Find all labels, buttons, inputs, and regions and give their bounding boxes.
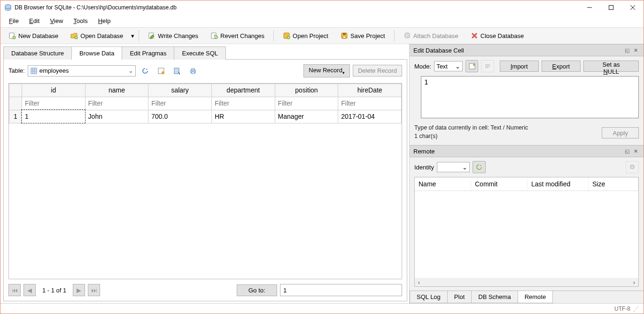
tab-db-schema[interactable]: DB Schema xyxy=(471,291,518,303)
cell-value-textarea[interactable] xyxy=(421,76,639,118)
svg-rect-20 xyxy=(343,33,346,35)
column-header-hiredate[interactable]: hireDate xyxy=(338,84,402,97)
new-record-button[interactable]: New Record▾ xyxy=(303,64,350,77)
refresh-button[interactable] xyxy=(139,65,152,77)
goto-button[interactable]: Go to: xyxy=(237,284,277,296)
identity-refresh-button[interactable] xyxy=(473,161,486,173)
dock-close-icon[interactable]: ✕ xyxy=(631,46,640,54)
last-page-button[interactable]: ⏭ xyxy=(88,284,100,296)
set-null-button[interactable]: Set as NULL xyxy=(583,61,639,72)
cell-position[interactable]: Manager xyxy=(275,110,338,123)
write-changes-button[interactable]: Write Changes xyxy=(143,30,203,42)
open-project-label: Open Project xyxy=(293,32,328,39)
identity-label: Identity xyxy=(414,164,434,171)
menu-edit[interactable]: Edit xyxy=(24,16,44,26)
insert-image-button[interactable] xyxy=(466,60,478,72)
open-database-button[interactable]: Open Database xyxy=(65,30,128,42)
remote-dock: Remote ◱ ✕ Identity ⌄ Name xyxy=(410,145,644,291)
svg-rect-19 xyxy=(343,36,346,38)
open-project-button[interactable]: Open Project xyxy=(278,30,334,42)
attach-database-button[interactable]: Attach Database xyxy=(398,30,464,42)
row-number[interactable]: 1 xyxy=(9,110,22,123)
open-project-icon xyxy=(283,32,290,39)
column-header-id[interactable]: id xyxy=(22,84,85,97)
remote-col-last-modified[interactable]: Last modified xyxy=(528,177,589,191)
cell-id[interactable]: 1 xyxy=(22,110,85,123)
identity-select[interactable]: ⌄ xyxy=(437,162,470,172)
filter-name[interactable] xyxy=(88,100,146,107)
tab-edit-pragmas[interactable]: Edit Pragmas xyxy=(122,46,174,60)
cell-hiredate[interactable]: 2017-01-04 xyxy=(338,110,402,123)
tab-sql-log[interactable]: SQL Log xyxy=(410,291,448,303)
edit-cell-body: Mode: Text ⌄ Import Export Set as NULL xyxy=(410,56,644,145)
menu-help[interactable]: Help xyxy=(93,16,116,26)
app-window: DB Browser for SQLite - C:\Users\hp\Docu… xyxy=(0,0,644,314)
menu-view[interactable]: View xyxy=(45,16,68,26)
scroll-left-icon[interactable]: ‹ xyxy=(415,279,423,286)
tab-plot[interactable]: Plot xyxy=(447,291,472,303)
minimize-button[interactable] xyxy=(579,0,600,15)
prev-page-button[interactable]: ◀ xyxy=(23,284,36,296)
filter-salary[interactable] xyxy=(151,100,209,107)
save-view-button[interactable] xyxy=(171,65,184,77)
filter-hiredate[interactable] xyxy=(341,100,398,107)
save-project-button[interactable]: Save Project xyxy=(335,30,390,42)
close-button[interactable] xyxy=(622,0,644,15)
next-page-button[interactable]: ▶ xyxy=(73,284,85,296)
pager-label: 1 - 1 of 1 xyxy=(39,287,70,294)
dock-close-icon[interactable]: ✕ xyxy=(631,147,640,155)
dock-float-icon[interactable]: ◱ xyxy=(623,46,631,54)
chevron-down-icon: ⌄ xyxy=(462,164,467,171)
remote-table[interactable]: Name Commit Last modified Size ‹ › xyxy=(414,177,639,287)
data-grid[interactable]: id name salary department position hireD… xyxy=(8,83,402,279)
cell-department[interactable]: HR xyxy=(211,110,275,123)
import-button[interactable]: Import xyxy=(500,61,539,72)
filter-id[interactable] xyxy=(25,100,82,107)
apply-button[interactable]: Apply xyxy=(602,127,639,138)
remote-push-button[interactable] xyxy=(626,161,639,173)
edit-cell-title: Edit Database Cell ◱ ✕ xyxy=(410,44,644,56)
text-format-button[interactable] xyxy=(481,60,494,72)
remote-col-commit[interactable]: Commit xyxy=(471,177,528,191)
table-select[interactable]: employees ⌄ xyxy=(28,65,136,77)
tab-remote[interactable]: Remote xyxy=(518,291,553,303)
print-button[interactable] xyxy=(186,65,200,77)
dock-float-icon[interactable]: ◱ xyxy=(623,147,631,155)
maximize-button[interactable] xyxy=(600,0,622,15)
resize-grip-icon[interactable]: ⋰ xyxy=(633,306,639,312)
export-button[interactable]: Export xyxy=(542,61,581,72)
tab-database-structure[interactable]: Database Structure xyxy=(3,46,72,60)
open-database-dropdown[interactable]: ▾ xyxy=(130,32,135,39)
scroll-right-icon[interactable]: › xyxy=(630,279,638,286)
menu-tools[interactable]: Tools xyxy=(69,16,92,26)
remote-col-size[interactable]: Size xyxy=(589,177,638,191)
filter-position[interactable] xyxy=(278,100,335,107)
cell-salary[interactable]: 700.0 xyxy=(148,110,212,123)
mode-select[interactable]: Text ⌄ xyxy=(434,61,463,71)
window-title: DB Browser for SQLite - C:\Users\hp\Docu… xyxy=(15,4,579,11)
clear-filters-button[interactable] xyxy=(155,65,168,77)
svg-rect-33 xyxy=(192,69,194,70)
remote-scrollbar[interactable]: ‹ › xyxy=(415,278,638,286)
revert-changes-button[interactable]: Revert Changes xyxy=(205,30,270,42)
remote-body: Identity ⌄ Name Commit Last modified Siz… xyxy=(410,157,644,291)
tab-execute-sql[interactable]: Execute SQL xyxy=(174,46,226,60)
new-database-button[interactable]: New Database xyxy=(3,30,63,42)
close-database-button[interactable]: Close Database xyxy=(466,30,529,42)
first-page-button[interactable]: ⏮ xyxy=(8,284,21,296)
goto-input[interactable] xyxy=(280,284,402,296)
tab-browse-data[interactable]: Browse Data xyxy=(71,46,122,60)
main-tabs: Database Structure Browse Data Edit Prag… xyxy=(3,46,407,59)
column-header-name[interactable]: name xyxy=(85,84,148,97)
left-panel: Database Structure Browse Data Edit Prag… xyxy=(0,44,409,303)
window-controls xyxy=(579,0,644,15)
remote-col-name[interactable]: Name xyxy=(415,177,471,191)
column-header-salary[interactable]: salary xyxy=(148,84,212,97)
delete-record-button[interactable]: Delete Record xyxy=(353,65,402,77)
column-header-position[interactable]: position xyxy=(275,84,338,97)
menu-file[interactable]: File xyxy=(4,16,23,26)
filter-department[interactable] xyxy=(215,100,272,107)
column-header-department[interactable]: department xyxy=(211,84,275,97)
cell-name[interactable]: John xyxy=(85,110,148,123)
app-icon xyxy=(4,4,12,11)
